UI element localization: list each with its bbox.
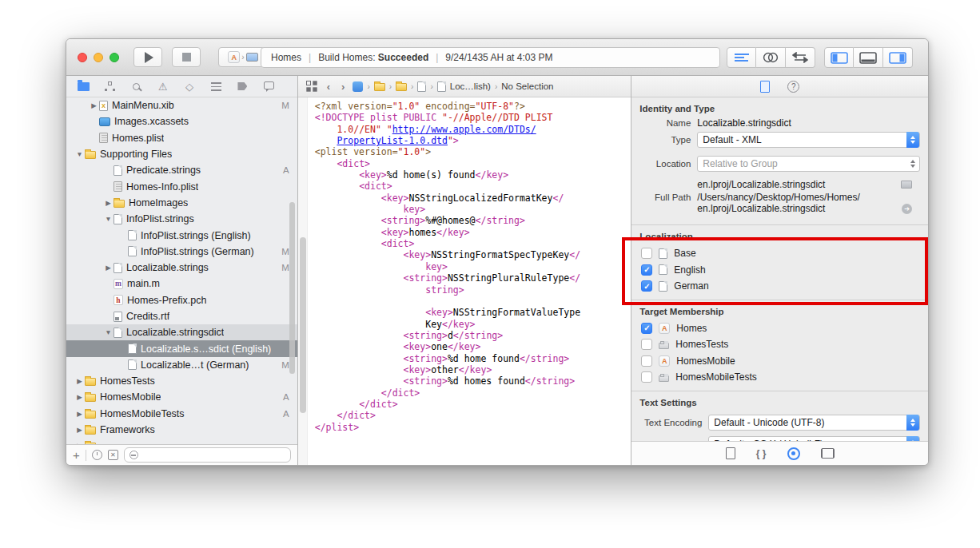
file-row[interactable]: Homes.plist (66, 130, 297, 146)
file-row[interactable]: ▼Supporting Files (66, 146, 297, 162)
file-row[interactable]: ▶xMainMenu.xibM (66, 97, 297, 113)
target-membership-row[interactable]: HomesTests (631, 336, 928, 353)
type-dropdown[interactable]: Default - XML (697, 132, 920, 148)
localization-row[interactable]: ✓German (631, 278, 928, 295)
disclosure-triangle-icon[interactable]: ▶ (74, 410, 85, 418)
checkbox-unchecked-icon[interactable] (641, 339, 652, 350)
disclosure-triangle-icon[interactable]: ▼ (103, 215, 114, 223)
code-snippet-library-icon[interactable]: { } (756, 448, 767, 459)
checkbox-checked-icon[interactable]: ✓ (641, 323, 652, 334)
name-value[interactable]: Localizable.stringsdict (697, 117, 791, 129)
media-library-icon[interactable] (821, 448, 835, 459)
folder-icon[interactable] (901, 181, 912, 189)
checkbox-unchecked-icon[interactable] (641, 371, 652, 383)
file-row[interactable]: mmain.m (66, 276, 297, 292)
file-name: Homes-Prefix.pch (127, 295, 206, 306)
issue-navigator-icon[interactable]: ⚠ (156, 80, 170, 93)
source-code[interactable]: <?xml version="1.0" encoding="UTF-8"?><!… (308, 101, 631, 465)
code-line: <plist version="1.0"> (315, 146, 631, 157)
checkbox-unchecked-icon[interactable] (641, 248, 652, 259)
recent-files-filter-icon[interactable] (92, 450, 102, 460)
target-membership-row[interactable]: ✓AHomes (631, 320, 928, 337)
zoom-window-button[interactable] (110, 53, 119, 62)
code-folding-ribbon[interactable] (298, 97, 308, 465)
forward-button[interactable]: › (338, 81, 348, 93)
target-membership-row[interactable]: AHomesMobile (631, 353, 928, 370)
file-template-library-icon[interactable] (726, 447, 735, 459)
file-row[interactable]: Predicate.stringsA (66, 162, 297, 178)
file-name: Frameworks (100, 424, 155, 435)
breakpoint-navigator-icon[interactable] (235, 80, 249, 93)
quick-help-tab-icon[interactable]: ? (787, 81, 799, 93)
target-membership-row[interactable]: HomesMobileTests (631, 369, 928, 386)
disclosure-triangle-icon[interactable]: ▶ (74, 426, 85, 434)
file-row[interactable]: Credits.rtf (66, 308, 297, 324)
version-editor-button[interactable] (786, 47, 815, 68)
toggle-navigator-button[interactable] (824, 47, 854, 68)
file-inspector-tab-icon[interactable] (760, 81, 770, 93)
stop-button[interactable] (172, 47, 201, 67)
localization-section-header: Localization (631, 225, 928, 245)
close-window-button[interactable] (78, 53, 87, 62)
assistant-editor-button[interactable] (756, 47, 786, 68)
file-row[interactable]: InfoPlist.strings (English) (66, 227, 297, 243)
file-row[interactable]: ▶HomesMobileA (66, 389, 297, 405)
file-name: Credits.rtf (126, 311, 169, 322)
file-row[interactable]: InfoPlist.strings (German)M (66, 244, 297, 260)
folder-file-icon (85, 411, 96, 419)
location-dropdown[interactable]: Relative to Group (697, 156, 920, 172)
file-row[interactable]: Localizable…t (German)M (66, 357, 297, 373)
disclosure-triangle-icon[interactable]: ▼ (74, 150, 85, 158)
check-row-label: Base (674, 248, 695, 259)
checkbox-checked-icon[interactable]: ✓ (641, 264, 652, 276)
search-navigator-icon[interactable] (129, 80, 143, 93)
file-row[interactable]: ▼Localizable.stringsdict (66, 324, 297, 340)
localization-row[interactable]: Base (631, 245, 928, 262)
object-library-icon[interactable] (787, 447, 800, 460)
disclosure-triangle-icon[interactable]: ▶ (103, 264, 114, 272)
disclosure-triangle-icon[interactable]: ▼ (103, 328, 114, 336)
debug-navigator-icon[interactable] (209, 80, 223, 93)
text-encoding-dropdown[interactable]: Default - Unicode (UTF-8) (708, 415, 920, 431)
minimize-window-button[interactable] (94, 53, 103, 62)
report-navigator-icon[interactable] (262, 80, 277, 93)
file-row[interactable]: ▶Frameworks (66, 422, 297, 438)
file-row[interactable]: Localizable.s…sdict (English) (66, 340, 297, 356)
navigator-scrollbar[interactable] (289, 202, 295, 374)
toggle-utilities-button[interactable] (883, 47, 913, 68)
breadcrumb[interactable]: › › › › Loc…lish) › No Selection (353, 81, 553, 92)
related-items-icon[interactable] (306, 81, 311, 85)
file-row[interactable]: hHomes-Prefix.pch (66, 292, 297, 308)
doc-file-icon (128, 343, 137, 354)
file-row[interactable]: ▶HomesMobileTestsA (66, 406, 297, 422)
filter-field[interactable] (124, 447, 291, 463)
app-file-icon: A (659, 355, 670, 367)
disclosure-triangle-icon[interactable]: ▶ (74, 393, 85, 401)
file-row[interactable]: Homes-Info.plist (66, 178, 297, 194)
symbol-navigator-icon[interactable] (102, 80, 117, 93)
file-name: main.m (127, 278, 160, 289)
toggle-debug-area-button[interactable] (854, 47, 883, 68)
standard-editor-button[interactable] (727, 47, 756, 68)
add-file-button[interactable]: + (73, 448, 80, 462)
file-crumb-icon (437, 81, 446, 92)
project-navigator-icon[interactable] (76, 80, 90, 93)
reveal-arrow-icon[interactable]: ➔ (902, 204, 912, 214)
file-row[interactable]: ▶Localizable.stringsM (66, 260, 297, 276)
disclosure-triangle-icon[interactable]: ▶ (103, 199, 114, 207)
disclosure-triangle-icon[interactable]: ▶ (89, 101, 99, 109)
disclosure-triangle-icon[interactable]: ▶ (74, 377, 85, 385)
run-button[interactable] (133, 47, 162, 67)
file-row[interactable]: Images.xcassets (66, 113, 297, 129)
file-row[interactable]: ▶ (66, 438, 297, 444)
status-separator: | (436, 52, 438, 63)
file-row[interactable]: ▼InfoPlist.strings (66, 211, 297, 227)
localization-row[interactable]: ✓English (631, 262, 928, 279)
file-row[interactable]: ▶HomeImages (66, 195, 297, 211)
checkbox-checked-icon[interactable]: ✓ (641, 280, 652, 292)
source-control-filter-icon[interactable]: ✕ (108, 450, 118, 460)
back-button[interactable]: ‹ (324, 81, 333, 93)
test-navigator-icon[interactable]: ◇ (182, 80, 197, 93)
file-row[interactable]: ▶HomesTests (66, 373, 297, 389)
checkbox-unchecked-icon[interactable] (641, 355, 652, 367)
